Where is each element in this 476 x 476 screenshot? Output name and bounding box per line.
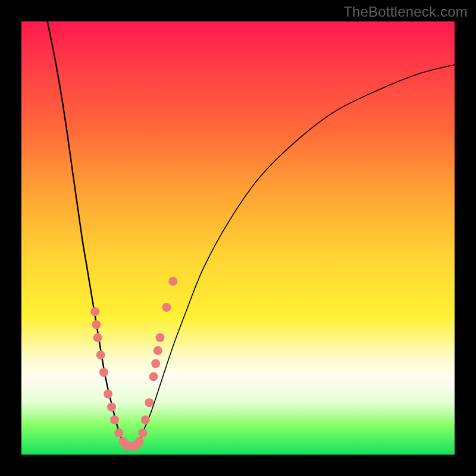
highlight-dot xyxy=(107,402,116,411)
watermark-text: TheBottleneck.com xyxy=(343,4,468,20)
highlight-dot xyxy=(141,415,150,424)
highlight-dot xyxy=(135,437,144,446)
chart-svg xyxy=(21,21,455,455)
highlight-dot xyxy=(155,333,164,342)
highlight-dot xyxy=(92,320,101,329)
highlight-dot xyxy=(93,333,102,342)
highlight-dot xyxy=(110,415,119,424)
highlight-dot xyxy=(149,372,158,381)
plot-area xyxy=(21,21,455,455)
chart-frame: TheBottleneck.com xyxy=(0,0,476,476)
highlight-dot xyxy=(154,346,162,355)
highlight-dot xyxy=(138,428,147,437)
highlight-dot xyxy=(114,428,123,437)
highlight-dot xyxy=(145,398,154,407)
highlight-dot xyxy=(96,350,105,359)
curve-left-curve xyxy=(48,21,126,446)
highlight-dot xyxy=(162,303,171,312)
curve-right-curve xyxy=(139,65,455,446)
highlight-dot xyxy=(104,390,112,399)
highlight-dot xyxy=(90,307,99,316)
highlight-dot xyxy=(99,368,108,377)
highlight-dot xyxy=(151,359,160,368)
highlight-dot xyxy=(168,277,177,286)
